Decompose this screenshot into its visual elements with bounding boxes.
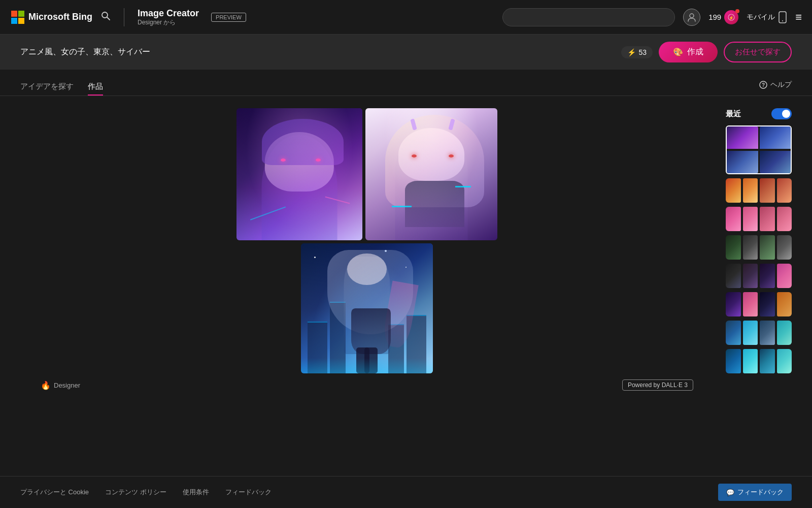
header-search-input[interactable] xyxy=(502,8,675,26)
search-icon xyxy=(100,11,111,21)
sidebar-thumbnails xyxy=(726,125,792,373)
sidebar-thumb-7b xyxy=(743,321,758,345)
sidebar-thumb-1a xyxy=(727,126,758,149)
main-content: 🔥 Designer Powered by DALL·E 3 最近 xyxy=(0,96,812,407)
sidebar-thumb-1b xyxy=(760,126,791,149)
bing-logo[interactable]: Microsoft Bing xyxy=(10,10,92,25)
sidebar-thumb-3c xyxy=(760,207,775,231)
surprise-label: お任せで探す xyxy=(735,47,781,56)
image-1[interactable] xyxy=(236,108,362,240)
bottom-nav: プライバシーと Cookie コンテンツ ポリシー 使用条件 フィードバック 💬… xyxy=(0,476,812,508)
sidebar-thumb-2c xyxy=(760,178,775,203)
tab-ideas[interactable]: アイデアを探す xyxy=(20,78,74,96)
prompt-input[interactable] xyxy=(20,48,615,57)
sidebar-thumb-8a xyxy=(726,349,741,373)
dall-e-badge: Powered by DALL·E 3 xyxy=(622,379,693,391)
sidebar-thumb-group-3[interactable] xyxy=(726,207,792,231)
tab-works[interactable]: 作品 xyxy=(88,78,103,96)
coin-symbol: ⚡ xyxy=(728,14,735,21)
sidebar-thumb-1d xyxy=(760,151,791,173)
preview-badge[interactable]: PREVIEW xyxy=(211,13,246,22)
token-count: 53 xyxy=(638,48,647,56)
token-badge: ⚡ 53 xyxy=(621,46,653,58)
header-search-button[interactable] xyxy=(100,11,111,23)
sidebar-thumb-4d xyxy=(777,235,792,260)
sidebar-thumb-group-1[interactable] xyxy=(726,125,792,174)
help-button[interactable]: ? ヘルプ xyxy=(759,80,792,89)
create-button[interactable]: 🎨 作成 xyxy=(659,42,718,62)
sidebar-title: 最近 xyxy=(726,109,741,119)
svg-line-5 xyxy=(107,17,110,20)
sidebar-thumb-8c xyxy=(760,349,775,373)
sidebar-thumb-group-5[interactable] xyxy=(726,264,792,288)
sidebar-thumb-group-4[interactable] xyxy=(726,235,792,260)
policy-link[interactable]: コンテンツ ポリシー xyxy=(105,488,166,497)
help-label: ヘルプ xyxy=(770,80,792,89)
sidebar-thumb-8b xyxy=(743,349,758,373)
sidebar-thumb-2a xyxy=(726,178,741,203)
mobile-button[interactable]: モバイル xyxy=(747,11,787,23)
designer-icon: 🔥 xyxy=(41,380,51,390)
sidebar-thumb-group-2[interactable] xyxy=(726,178,792,203)
create-icon: 🎨 xyxy=(673,47,683,57)
terms-link[interactable]: 使用条件 xyxy=(183,488,209,497)
feedback-label: フィードバック xyxy=(737,488,784,497)
sidebar-thumb-3a xyxy=(726,207,741,231)
coin-badge[interactable]: 199 ⚡ xyxy=(708,10,738,24)
sidebar: 最近 xyxy=(726,108,792,395)
sidebar-header: 最近 xyxy=(726,108,792,119)
svg-rect-1 xyxy=(18,11,24,17)
sidebar-thumb-7c xyxy=(760,321,775,345)
header-left: Microsoft Bing Image Creator Designer から… xyxy=(10,8,246,26)
images-top-row xyxy=(236,108,497,240)
sidebar-thumb-3b xyxy=(743,207,758,231)
image-3[interactable] xyxy=(301,243,433,373)
sidebar-thumb-group-8[interactable] xyxy=(726,349,792,373)
privacy-link[interactable]: プライバシーと Cookie xyxy=(20,488,89,497)
sidebar-thumb-group-7[interactable] xyxy=(726,321,792,345)
user-avatar[interactable] xyxy=(683,9,700,26)
svg-text:?: ? xyxy=(762,82,765,88)
images-container xyxy=(20,108,714,373)
sidebar-toggle[interactable] xyxy=(771,108,792,119)
help-icon: ? xyxy=(759,81,767,89)
svg-rect-0 xyxy=(11,11,17,17)
create-label: 作成 xyxy=(687,47,703,57)
page-subtitle: Designer から xyxy=(138,19,199,26)
svg-point-6 xyxy=(690,14,694,18)
header: Microsoft Bing Image Creator Designer から… xyxy=(0,0,812,35)
sidebar-thumb-6c xyxy=(760,292,775,316)
sidebar-thumb-6b xyxy=(743,292,758,316)
menu-button[interactable]: ≡ xyxy=(795,11,802,24)
header-divider xyxy=(124,8,124,26)
designer-credit: 🔥 Designer xyxy=(41,380,80,390)
sidebar-thumb-2d xyxy=(777,178,792,203)
coin-count: 199 xyxy=(708,13,721,21)
tabs-row: アイデアを探す 作品 ? ヘルプ xyxy=(0,70,812,96)
sidebar-thumb-4a xyxy=(726,235,741,260)
svg-text:⚡: ⚡ xyxy=(729,15,734,20)
image-2[interactable] xyxy=(365,108,497,240)
svg-rect-2 xyxy=(11,18,17,24)
user-icon xyxy=(687,13,696,22)
search-row: ⚡ 53 🎨 作成 お任せで探す xyxy=(0,35,812,70)
sidebar-thumb-5a xyxy=(726,264,741,288)
feedback-icon: 💬 xyxy=(726,489,734,496)
page-title: Image Creator xyxy=(138,8,199,19)
header-right: 199 ⚡ モバイル ≡ xyxy=(502,8,802,26)
images-area: 🔥 Designer Powered by DALL·E 3 xyxy=(20,108,714,395)
sidebar-thumb-group-6[interactable] xyxy=(726,292,792,316)
sidebar-thumb-8d xyxy=(777,349,792,373)
sidebar-thumb-2b xyxy=(743,178,758,203)
svg-rect-3 xyxy=(18,18,24,24)
sidebar-thumb-4b xyxy=(743,235,758,260)
sidebar-thumb-5c xyxy=(760,264,775,288)
sidebar-thumb-6d xyxy=(777,292,792,316)
mobile-icon xyxy=(778,11,787,23)
surprise-button[interactable]: お任せで探す xyxy=(724,42,792,62)
feedback-button[interactable]: 💬 フィードバック xyxy=(718,484,792,501)
footer-credits: 🔥 Designer Powered by DALL·E 3 xyxy=(20,375,714,395)
feedback-link[interactable]: フィードバック xyxy=(225,488,272,497)
designer-label: Designer xyxy=(54,382,80,389)
sidebar-thumb-3d xyxy=(777,207,792,231)
